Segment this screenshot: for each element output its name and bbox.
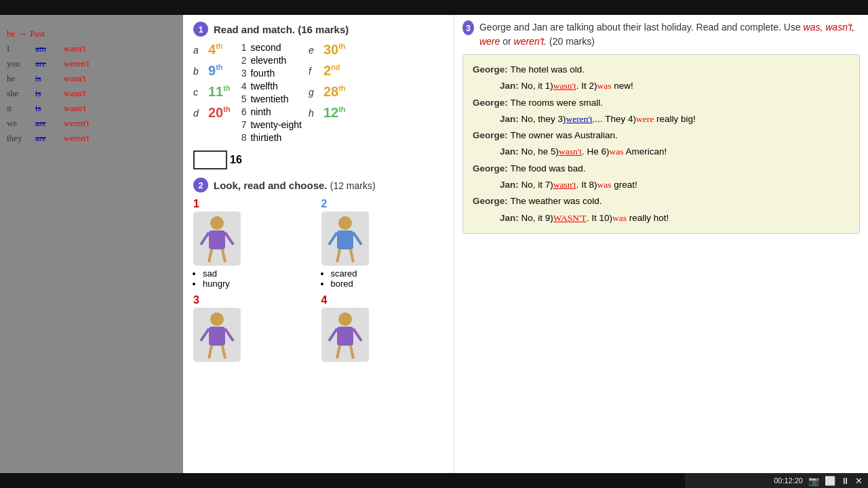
svg-point-18 — [338, 312, 352, 326]
svg-line-20 — [329, 329, 337, 341]
svg-line-9 — [353, 232, 361, 245]
dialog-george-line: George: The food was bad. — [473, 161, 850, 177]
score-value: 16 — [230, 154, 242, 166]
dialog-george-line: George: The rooms were small. — [473, 95, 850, 111]
svg-line-8 — [329, 232, 337, 245]
section3-desc: George and Jan are talking about their l… — [479, 20, 860, 49]
svg-rect-7 — [337, 230, 353, 249]
list-item: 1second — [241, 42, 302, 53]
list-item: 2eleventh — [241, 55, 302, 66]
sidebar-row: I am wasn't — [7, 43, 176, 54]
section2-title: Look, read and choose. (12 marks) — [214, 180, 376, 191]
camera-icon[interactable]: 📷 — [808, 476, 819, 486]
score-box — [193, 150, 227, 169]
svg-line-2 — [201, 232, 209, 245]
dialog-jan-line: Jan: No, it 9)WASN'T. It 10)was really h… — [473, 210, 850, 226]
dialog-jan-line: Jan: No, they 3)weren't.... They 4)were … — [473, 111, 850, 127]
left-panel: 1 Read and match. (16 marks) a4thb9thc11… — [183, 15, 454, 473]
dialog-jan-line: Jan: No, he 5)wasn't. He 6)was American! — [473, 144, 850, 160]
sidebar-row: they are weren't — [7, 133, 176, 144]
sidebar-row: we are weren't — [7, 118, 176, 129]
time-display: 00:12:20 — [774, 476, 803, 485]
main-content: 1 Read and match. (16 marks) a4thb9thc11… — [183, 15, 868, 473]
words-col: 1second2eleventh3fourth4twelfth5twentiet… — [241, 42, 302, 145]
section2-header: 2 Look, read and choose. (12 marks) — [193, 178, 443, 192]
section1-num: 1 — [193, 22, 208, 37]
right-ordinal-item: f2nd — [309, 63, 350, 79]
svg-point-12 — [210, 312, 224, 326]
dialog-box: George: The hotel was old.Jan: No, it 1)… — [462, 54, 860, 234]
right-ordinal-item: e30th — [309, 42, 350, 58]
sidebar-row: you are weren't — [7, 58, 176, 69]
svg-line-16 — [209, 346, 212, 359]
right-panel: 3 George and Jan are talking about their… — [454, 15, 868, 473]
character-item: 2 scaredbored — [321, 198, 444, 289]
controls: 00:12:20 📷 ⬜ ⏸ ✕ — [685, 473, 868, 488]
section3-num: 3 — [462, 20, 474, 35]
sidebar-row: he is wasn't — [7, 73, 176, 84]
left-ordinals: a4thb9thc11thd20th — [193, 42, 235, 145]
section2-num: 2 — [193, 178, 208, 192]
section2: 2 Look, read and choose. (12 marks) 1 sa… — [193, 178, 443, 365]
right-ordinals: e30thf2ndg28thh12th — [309, 42, 350, 145]
svg-line-17 — [222, 346, 225, 359]
svg-line-3 — [225, 232, 233, 245]
dialog-george-line: George: The weather was cold. — [473, 193, 850, 209]
svg-rect-19 — [337, 327, 353, 346]
list-item: 7twenty-eight — [241, 119, 302, 130]
svg-point-0 — [210, 216, 224, 230]
right-ordinal-item: h12th — [309, 105, 350, 121]
svg-line-11 — [351, 249, 353, 262]
character-item: 1 sadhungry — [193, 198, 316, 289]
dialog-george-line: George: The hotel was old. — [473, 62, 850, 78]
svg-point-6 — [338, 216, 352, 230]
sidebar-row: it is wasn't — [7, 103, 176, 114]
bottom-bar: 00:12:20 📷 ⬜ ⏸ ✕ — [0, 473, 868, 488]
left-ordinal-item: c11th — [193, 84, 235, 100]
list-item: 3fourth — [241, 68, 302, 79]
word-list: 1second2eleventh3fourth4twelfth5twentiet… — [241, 42, 302, 143]
right-ordinal-item: g28th — [309, 84, 350, 100]
dialog-jan-line: Jan: No, it 1)wasn't. It 2)was new! — [473, 78, 850, 94]
character-item: 4 — [321, 294, 444, 365]
close-icon[interactable]: ✕ — [855, 476, 863, 486]
pause-icon[interactable]: ⏸ — [841, 476, 850, 486]
svg-line-23 — [351, 346, 353, 359]
svg-line-15 — [225, 329, 233, 341]
dialog-george-line: George: The owner was Australian. — [473, 127, 850, 144]
svg-line-21 — [353, 329, 361, 341]
sidebar-title: be → Past — [7, 28, 176, 39]
svg-line-22 — [337, 346, 340, 359]
match-columns: a4thb9thc11thd20th 1second2eleventh3four… — [193, 42, 443, 145]
list-item: 5twentieth — [241, 94, 302, 104]
left-ordinal-item: a4th — [193, 42, 235, 58]
section1-header: 1 Read and match. (16 marks) — [193, 22, 443, 37]
characters-grid: 1 sadhungry 2 scaredbored 3 — [193, 198, 443, 365]
sidebar-notes: be → Past I am wasn't you are weren't he… — [0, 15, 183, 473]
svg-rect-1 — [209, 230, 225, 249]
list-item: 4twelfth — [241, 81, 302, 92]
section1-title: Read and match. (16 marks) — [214, 24, 349, 35]
score-area: 16 — [193, 150, 443, 169]
left-ordinal-item: d20th — [193, 105, 235, 121]
svg-line-14 — [201, 329, 209, 341]
dialog-jan-line: Jan: No, it 7)wasn't. It 8)was great! — [473, 177, 850, 193]
svg-line-4 — [209, 249, 212, 262]
stop-icon[interactable]: ⬜ — [825, 476, 835, 486]
svg-rect-13 — [209, 327, 225, 346]
svg-line-10 — [337, 249, 340, 262]
list-item: 6ninth — [241, 106, 302, 117]
character-item: 3 — [193, 294, 316, 365]
sidebar-row: she is wasn't — [7, 88, 176, 99]
section3-header: 3 George and Jan are talking about their… — [462, 20, 860, 49]
left-ordinal-item: b9th — [193, 63, 235, 79]
svg-line-5 — [222, 249, 225, 262]
list-item: 8thirtieth — [241, 132, 302, 143]
top-bar — [0, 0, 868, 15]
